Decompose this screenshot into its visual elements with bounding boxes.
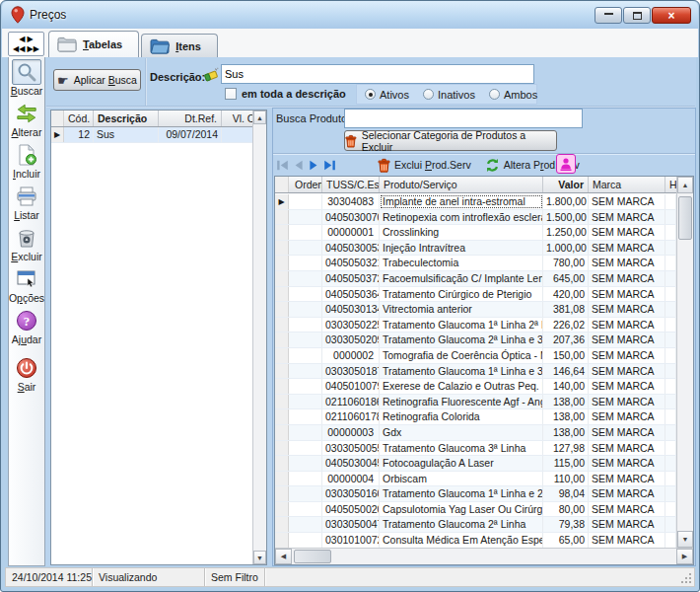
cell-descricao[interactable]: Sus [94,127,159,142]
cell-marca[interactable]: SEM MARCA [589,486,665,501]
record-nav-arrows[interactable]: ◀ ▶ ◀◀ ▶▶ [8,32,44,56]
next-record-icon[interactable] [308,159,320,172]
header-produto[interactable]: Produto/Serviço [380,177,543,192]
table-row[interactable]: ▶12Sus09/07/2014 [51,127,266,143]
cell-ordem[interactable] [289,425,322,440]
cell-tuss[interactable]: 0303050187 [322,364,380,379]
header-ordem[interactable]: Ordem [289,177,322,192]
cell-marca[interactable]: SEM MARCA [589,256,665,270]
product-row[interactable]: 0405050364Tratamento Cirúrgico de Pterig… [275,287,676,303]
cell-cod[interactable]: 12 [64,127,94,142]
cell-valor[interactable]: 150,00 [543,348,589,363]
header-cod[interactable]: Cód. [64,111,94,126]
minimize-button[interactable] [595,7,622,24]
cell-ordem[interactable] [289,271,322,286]
cell-tuss[interactable]: 0303050055 [322,441,380,456]
product-row[interactable]: 0301010072Consulta Médica Em Atenção Esp… [275,533,676,548]
cell-valor[interactable]: 138,00 [543,395,589,409]
cell-produto[interactable]: Tratamento Glaucoma 1ª Linha 2ª Lin [380,318,543,333]
cell-valor[interactable]: 110,00 [543,472,589,486]
maximize-button[interactable] [623,7,651,24]
cell-produto[interactable]: Fotocoagulação A Laser [380,456,543,471]
cell-marca[interactable]: SEM MARCA [589,210,665,225]
product-row[interactable]: 0211060178Retinografia Colorida138,00SEM… [275,409,676,425]
cell-marca[interactable]: SEM MARCA [589,456,665,471]
cell-h[interactable] [665,486,676,501]
cell-tuss[interactable]: 0405030134 [322,302,380,317]
scroll-left-icon[interactable]: ◀ [275,549,292,564]
cell-ordem[interactable] [289,302,322,317]
cell-produto[interactable]: Orbiscam [380,472,543,486]
cell-marca[interactable]: SEM MARCA [589,409,665,424]
product-row[interactable]: ▶30304083Implante de anel intra-estromal… [275,194,676,210]
product-row[interactable]: 0211060186Retinografia Fluorescente Agf … [275,395,676,410]
cell-h[interactable] [665,241,676,256]
cell-tuss[interactable]: 00000004 [322,472,380,486]
cell-tuss[interactable]: 0405050364 [322,287,380,302]
cell-h[interactable] [665,472,676,486]
cell-valor[interactable]: 780,00 [543,256,589,270]
cell-ordem[interactable] [289,210,322,225]
cell-marca[interactable]: SEM MARCA [589,302,665,317]
cell-produto[interactable]: Tratamento Glaucoma 2ª Linha [380,517,543,532]
cell-produto[interactable]: Tratamento Cirúrgico de Pterigio [380,287,543,302]
cell-h[interactable] [665,225,676,240]
person-button[interactable] [556,154,576,174]
cell-produto[interactable]: Consulta Médica Em Atenção Especia [380,533,543,548]
cell-marca[interactable]: SEM MARCA [589,333,665,347]
cell-valor[interactable]: 207,36 [543,333,589,347]
cell-produto[interactable]: Gdx [380,425,543,440]
cell-tuss[interactable]: 0405050372 [322,271,380,286]
radio-inativos[interactable]: Inativos [423,89,475,101]
cell-valor[interactable]: 127,98 [543,441,589,456]
sidebar-item-incluir[interactable]: Incluir [9,140,44,182]
scroll-down-icon[interactable]: ▼ [677,531,693,548]
cell-marca[interactable]: SEM MARCA [589,379,665,394]
cell-ordem[interactable] [289,486,322,501]
header-dtref[interactable]: Dt.Ref. [159,111,222,126]
product-row[interactable]: 0405050020Capsulotomia Yag Laser Ou Cirú… [275,502,676,518]
cell-marca[interactable]: SEM MARCA [589,318,665,333]
cell-valor[interactable]: 65,00 [543,533,589,548]
sidebar-item-buscar[interactable]: Buscar [9,57,44,99]
cell-marca[interactable]: SEM MARCA [589,287,665,302]
title-bar[interactable]: Preços × [2,1,698,29]
cell-ordem[interactable] [289,256,322,270]
cell-valor[interactable]: 226,02 [543,318,589,333]
cell-valor[interactable]: 1.000,00 [543,241,589,256]
cell-tuss[interactable]: 0301010072 [322,533,380,548]
header-valor[interactable]: Valor [543,177,589,192]
cell-h[interactable] [665,348,676,363]
hscroll-thumb[interactable] [294,550,331,563]
header-descricao[interactable]: Descrição [94,111,159,126]
first-record-icon[interactable] [276,159,289,172]
cell-valor[interactable]: 98,04 [543,486,589,501]
cell-ordem[interactable] [289,533,322,548]
last-record-icon[interactable] [323,159,336,172]
cell-valor[interactable]: 79,38 [543,517,589,532]
cell-ordem[interactable] [289,456,322,471]
cell-produto[interactable]: Vitrectomia anterior [380,302,543,317]
cell-marca[interactable]: SEM MARCA [589,364,665,379]
cell-marca[interactable]: SEM MARCA [589,425,665,440]
cell-tuss[interactable]: 0405050321 [322,256,380,270]
cell-marca[interactable]: SEM MARCA [589,194,665,209]
product-row[interactable]: 0405030045Fotocoagulação A Laser115,00SE… [275,456,676,472]
product-row[interactable]: 0405030134Vitrectomia anterior381,08SEM … [275,302,676,318]
cell-h[interactable] [665,210,676,225]
vscroll-thumb[interactable] [678,196,692,240]
cell-ordem[interactable] [289,395,322,409]
cell-ordem[interactable] [289,333,322,347]
cell-ordem[interactable] [289,517,322,532]
cell-valor[interactable]: 1.800,00 [543,194,589,209]
cell-produto[interactable]: Exerese de Calazio e Outras Peq. Les [380,379,543,394]
cell-produto[interactable]: Injeção Intravítrea [380,241,543,256]
cell-marca[interactable]: SEM MARCA [589,502,665,517]
cell-tuss[interactable]: 0303050160 [322,486,380,501]
cell-ordem[interactable] [289,502,322,517]
cell-tuss[interactable]: 0211060186 [322,395,380,409]
cell-tuss[interactable]: 0405030053 [322,241,380,256]
cell-dtref[interactable]: 09/07/2014 [159,127,222,142]
cell-valor[interactable]: 115,00 [543,456,589,471]
cell-produto[interactable]: Tratamento Glaucoma 1ª Linha e 2ª L [380,486,543,501]
